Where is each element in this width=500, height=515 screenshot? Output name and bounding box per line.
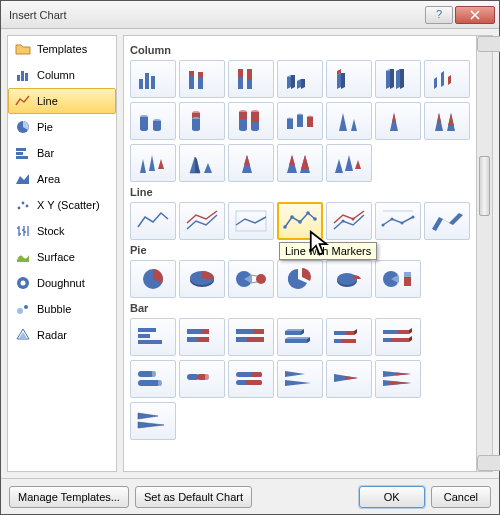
chart-thumb-100-stacked-hcone[interactable] — [375, 360, 421, 398]
set-as-default-button[interactable]: Set as Default Chart — [135, 486, 252, 508]
sidebar-item-radar[interactable]: Radar — [8, 322, 116, 348]
svg-rect-109 — [245, 380, 262, 385]
svg-rect-27 — [247, 69, 252, 80]
chart-thumb-stacked-pyramid[interactable] — [228, 144, 274, 182]
scroll-down-button[interactable] — [477, 455, 500, 471]
chart-thumb-100-stacked-line-markers[interactable] — [375, 202, 421, 240]
sidebar-item-doughnut[interactable]: Doughnut — [8, 270, 116, 296]
close-button[interactable] — [455, 6, 495, 24]
svg-rect-82 — [201, 329, 209, 334]
chart-thumb-3d-pie[interactable] — [179, 260, 225, 298]
svg-rect-41 — [239, 112, 247, 119]
chart-thumb-clustered-cylinder[interactable] — [130, 102, 176, 140]
chart-gallery[interactable]: Column — [123, 35, 477, 472]
chart-thumb-clustered-cone[interactable] — [326, 102, 372, 140]
chart-thumb-pie[interactable] — [130, 260, 176, 298]
chart-thumb-line[interactable] — [130, 202, 176, 240]
svg-rect-83 — [187, 337, 197, 342]
svg-rect-91 — [334, 331, 346, 335]
svg-rect-18 — [145, 73, 149, 89]
scroll-up-button[interactable] — [477, 36, 500, 52]
svg-rect-90 — [285, 339, 307, 343]
chart-thumb-3d-stacked-bar[interactable] — [326, 318, 372, 356]
chart-thumb-100-stacked-pyramid[interactable] — [277, 144, 323, 182]
chart-thumb-stacked-column[interactable] — [179, 60, 225, 98]
chart-thumb-clustered-column[interactable] — [130, 60, 176, 98]
surface-chart-icon — [15, 249, 31, 265]
chart-thumb-stacked-bar[interactable] — [179, 318, 225, 356]
chart-thumb-3d-clustered-bar[interactable] — [277, 318, 323, 356]
chart-thumb-stacked-cylinder[interactable] — [179, 102, 225, 140]
svg-rect-5 — [16, 148, 26, 151]
bar-row-2 — [130, 360, 470, 398]
help-button[interactable]: ? — [425, 6, 453, 24]
sidebar-item-surface[interactable]: Surface — [8, 244, 116, 270]
sidebar-item-area[interactable]: Area — [8, 166, 116, 192]
svg-point-57 — [306, 211, 310, 215]
chart-thumb-3d-100-stacked-bar[interactable] — [375, 318, 421, 356]
chart-thumb-3d-line[interactable] — [424, 202, 470, 240]
chart-thumb-clustered-bar[interactable] — [130, 318, 176, 356]
sidebar-item-label: Line — [37, 95, 58, 107]
ok-button[interactable]: OK — [359, 486, 425, 508]
sidebar-item-bar[interactable]: Bar — [8, 140, 116, 166]
close-icon — [470, 10, 480, 20]
chart-thumb-clustered-hcone[interactable] — [277, 360, 323, 398]
svg-point-100 — [152, 371, 156, 377]
chart-thumb-exploded-3d-pie[interactable] — [326, 260, 372, 298]
svg-rect-84 — [197, 337, 209, 342]
svg-point-60 — [352, 218, 355, 221]
svg-point-30 — [140, 127, 148, 131]
chart-thumb-3d-cylinder[interactable] — [277, 102, 323, 140]
sidebar-item-line[interactable]: Line — [8, 88, 116, 114]
svg-rect-6 — [16, 152, 23, 155]
chart-thumb-clustered-hcylinder[interactable] — [130, 360, 176, 398]
chart-thumb-3d-column[interactable] — [424, 60, 470, 98]
chart-thumb-stacked-hcone[interactable] — [326, 360, 372, 398]
chart-thumb-line-with-markers[interactable]: Line with Markers — [277, 202, 323, 240]
sidebar-item-column[interactable]: Column — [8, 62, 116, 88]
scroll-thumb[interactable] — [479, 156, 490, 216]
chart-thumb-exploded-pie[interactable] — [277, 260, 323, 298]
chart-thumb-3d-cone[interactable] — [130, 144, 176, 182]
chart-thumb-100-stacked-column[interactable] — [228, 60, 274, 98]
sidebar-item-pie[interactable]: Pie — [8, 114, 116, 140]
svg-point-8 — [18, 207, 21, 210]
chart-thumb-pie-of-pie[interactable] — [228, 260, 274, 298]
chart-thumb-clustered-hpyramid[interactable] — [130, 402, 176, 440]
chart-thumb-3d-pyramid[interactable] — [326, 144, 372, 182]
category-sidebar[interactable]: Templates Column Line Pie Bar Area — [7, 35, 117, 472]
chart-thumb-3d-stacked-column[interactable] — [326, 60, 372, 98]
sidebar-item-bubble[interactable]: Bubble — [8, 296, 116, 322]
chart-thumb-bar-of-pie[interactable] — [375, 260, 421, 298]
titlebar[interactable]: Insert Chart ? — [1, 1, 499, 29]
chart-thumb-100-stacked-bar[interactable] — [228, 318, 274, 356]
chart-thumb-3d-clustered-column[interactable] — [277, 60, 323, 98]
chart-thumb-stacked-cone[interactable] — [375, 102, 421, 140]
sidebar-item-templates[interactable]: Templates — [8, 36, 116, 62]
chart-thumb-100-stacked-cone[interactable] — [424, 102, 470, 140]
chart-thumb-100-stacked-hcylinder[interactable] — [228, 360, 274, 398]
folder-icon — [15, 41, 31, 57]
stock-chart-icon — [15, 223, 31, 239]
svg-point-65 — [412, 216, 415, 219]
svg-point-58 — [313, 217, 317, 221]
dialog-title: Insert Chart — [9, 9, 423, 21]
svg-rect-86 — [253, 329, 264, 334]
cancel-button[interactable]: Cancel — [431, 486, 491, 508]
chart-thumb-stacked-hcylinder[interactable] — [179, 360, 225, 398]
svg-point-70 — [256, 274, 266, 284]
chart-thumb-stacked-line[interactable] — [179, 202, 225, 240]
svg-rect-98 — [391, 338, 409, 342]
gallery-scrollbar[interactable] — [477, 35, 493, 472]
svg-point-14 — [24, 305, 28, 309]
svg-point-10 — [26, 205, 29, 208]
chart-thumb-clustered-pyramid[interactable] — [179, 144, 225, 182]
sidebar-item-scatter[interactable]: X Y (Scatter) — [8, 192, 116, 218]
chart-thumb-100-stacked-line[interactable] — [228, 202, 274, 240]
chart-thumb-100-stacked-cylinder[interactable] — [228, 102, 274, 140]
sidebar-item-stock[interactable]: Stock — [8, 218, 116, 244]
svg-rect-19 — [151, 76, 155, 89]
manage-templates-button[interactable]: Manage Templates... — [9, 486, 129, 508]
chart-thumb-3d-100-stacked-column[interactable] — [375, 60, 421, 98]
